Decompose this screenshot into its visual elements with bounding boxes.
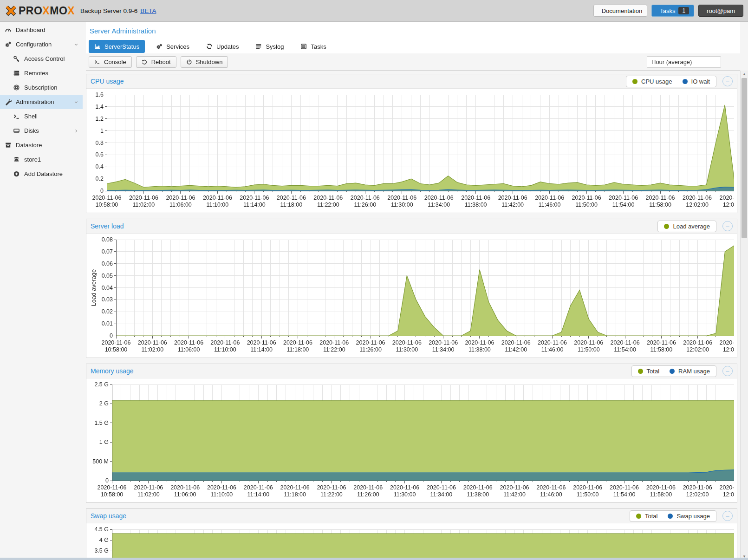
- time-range-select[interactable]: Hour (average): [647, 56, 721, 68]
- svg-text:2020-11-06: 2020-11-06: [610, 484, 639, 491]
- svg-text:11:46:00: 11:46:00: [539, 202, 561, 208]
- documentation-button[interactable]: Documentation: [593, 5, 647, 17]
- svg-text:11:14:00: 11:14:00: [250, 346, 273, 353]
- svg-text:11:30:00: 11:30:00: [396, 346, 418, 353]
- tab-services[interactable]: Services: [150, 40, 195, 53]
- scroll-up-arrow[interactable]: ▲: [741, 71, 748, 78]
- legend-item-io-wait[interactable]: IO wait: [683, 78, 710, 85]
- legend-item-total[interactable]: Total: [636, 513, 657, 520]
- svg-text:11:50:00: 11:50:00: [577, 491, 599, 498]
- svg-text:2020-11-06: 2020-11-06: [210, 339, 240, 346]
- svg-text:2020-11-06: 2020-11-06: [683, 339, 712, 346]
- remotes-icon: [13, 70, 20, 77]
- svg-text:0.05: 0.05: [102, 273, 113, 279]
- svg-text:11:06:00: 11:06:00: [174, 491, 196, 498]
- svg-text:2020-11-06: 2020-11-06: [174, 339, 203, 346]
- refresh-icon: [206, 43, 213, 50]
- collapse-chart-icon[interactable]: −: [722, 76, 733, 86]
- tab-syslog[interactable]: Syslog: [250, 40, 289, 53]
- svg-text:11:02:00: 11:02:00: [141, 346, 163, 353]
- svg-text:12:06:00: 12:06:00: [723, 346, 734, 353]
- vertical-scrollbar[interactable]: ▲ ▼: [740, 71, 748, 560]
- legend: CPU usageIO wait: [626, 76, 716, 87]
- svg-text:2020-11-06: 2020-11-06: [240, 195, 269, 201]
- svg-text:11:10:00: 11:10:00: [211, 491, 233, 498]
- svg-text:11:22:00: 11:22:00: [317, 202, 339, 208]
- svg-text:11:38:00: 11:38:00: [467, 491, 489, 498]
- svg-text:11:50:00: 11:50:00: [578, 346, 600, 353]
- sidebar-item-datastore[interactable]: Datastore: [0, 138, 83, 152]
- chart-panel-load: Server loadLoad average−00.010.020.030.0…: [86, 219, 737, 358]
- legend-item-ram-usage[interactable]: RAM usage: [670, 368, 710, 375]
- svg-text:2020-11-06: 2020-11-06: [207, 484, 236, 491]
- svg-text:2020-11-06: 2020-11-06: [134, 484, 163, 491]
- tab-tasks[interactable]: Tasks: [295, 40, 332, 53]
- svg-text:12:02:00: 12:02:00: [686, 346, 709, 353]
- sidebar-item-administration[interactable]: Administration: [0, 95, 83, 109]
- svg-text:0.8: 0.8: [96, 140, 104, 146]
- sidebar-item-configuration[interactable]: Configuration: [0, 37, 83, 52]
- reboot-button[interactable]: Reboot: [136, 56, 176, 68]
- legend-item-cpu-usage[interactable]: CPU usage: [632, 78, 672, 85]
- terminal-icon: [94, 59, 100, 65]
- tab-serverstatus[interactable]: ServerStatus: [89, 40, 145, 53]
- svg-text:2020-11-06: 2020-11-06: [97, 484, 126, 491]
- sidebar-item-disks[interactable]: Disks: [0, 124, 83, 138]
- svg-text:2020-11-06: 2020-11-06: [280, 484, 310, 491]
- sidebar-item-label: Shell: [24, 113, 38, 120]
- svg-text:4.5 G: 4.5 G: [94, 526, 109, 533]
- beta-link[interactable]: BETA: [140, 7, 156, 14]
- svg-text:11:26:00: 11:26:00: [359, 346, 382, 353]
- svg-text:2020-11-06: 2020-11-06: [387, 195, 416, 201]
- console-button[interactable]: Console: [89, 56, 132, 68]
- svg-text:11:06:00: 11:06:00: [178, 346, 200, 353]
- collapse-chart-icon[interactable]: −: [722, 366, 733, 376]
- sidebar-item-store1[interactable]: store1: [0, 152, 83, 167]
- svg-text:3.5 G: 3.5 G: [94, 547, 109, 554]
- sidebar-item-shell[interactable]: Shell: [0, 109, 83, 124]
- user-menu-button[interactable]: root@pam: [698, 5, 743, 17]
- svg-text:2 G: 2 G: [99, 400, 109, 407]
- svg-text:2020-11-06: 2020-11-06: [573, 484, 602, 491]
- legend-item-load-average[interactable]: Load average: [664, 223, 710, 230]
- legend-item-total[interactable]: Total: [638, 368, 659, 375]
- chevron-down-icon[interactable]: [74, 42, 78, 47]
- svg-text:2020-11-06: 2020-11-06: [609, 195, 638, 201]
- svg-text:2020-11-06: 2020-11-06: [166, 195, 195, 201]
- svg-text:10:58:00: 10:58:00: [101, 491, 124, 498]
- svg-text:2020-11-06: 2020-11-06: [574, 339, 603, 346]
- svg-text:2020-11-06: 2020-11-06: [538, 339, 567, 346]
- tab-updates[interactable]: Updates: [201, 40, 244, 53]
- scrollbar-thumb[interactable]: [741, 78, 747, 238]
- svg-text:2020-11-06: 2020-11-06: [535, 195, 564, 201]
- sidebar-item-add-datastore[interactable]: Add Datastore: [0, 167, 83, 181]
- svg-text:2020-11-06: 2020-11-06: [536, 484, 566, 491]
- chart-title: Server load: [91, 222, 124, 230]
- svg-text:11:54:00: 11:54:00: [612, 202, 635, 208]
- svg-text:12:06:00: 12:06:00: [723, 491, 734, 498]
- sidebar-item-dashboard[interactable]: Dashboard: [0, 23, 83, 37]
- collapse-chart-icon[interactable]: −: [722, 221, 733, 231]
- svg-text:4 G: 4 G: [99, 537, 109, 543]
- svg-text:0.07: 0.07: [102, 248, 113, 255]
- toolbar: ConsoleRebootShutdown Hour (average): [86, 53, 740, 71]
- svg-text:11:14:00: 11:14:00: [243, 202, 266, 208]
- chevron-right-icon[interactable]: [74, 129, 78, 133]
- svg-text:11:26:00: 11:26:00: [354, 202, 376, 208]
- svg-text:11:34:00: 11:34:00: [432, 346, 455, 353]
- legend-item-swap-usage[interactable]: Swap usage: [668, 513, 710, 520]
- sidebar-item-access-control[interactable]: Access Control: [0, 52, 83, 66]
- proxmox-x-emblem-icon: [5, 5, 17, 17]
- gauge-icon: [5, 26, 12, 33]
- collapse-chart-icon[interactable]: −: [722, 511, 733, 521]
- chevron-down-icon[interactable]: [74, 100, 78, 104]
- tasks-button[interactable]: Tasks 1: [651, 5, 694, 17]
- svg-text:0.4: 0.4: [96, 163, 104, 170]
- sidebar-item-remotes[interactable]: Remotes: [0, 66, 83, 80]
- svg-text:2020-11-06: 2020-11-06: [424, 195, 454, 201]
- plus-circle-icon: [13, 170, 20, 177]
- svg-text:2020-11-06: 2020-11-06: [501, 339, 531, 346]
- shutdown-button[interactable]: Shutdown: [181, 56, 228, 68]
- sidebar-item-subscription[interactable]: Subscription: [0, 80, 83, 95]
- memory-chart: 0500 M1 G1.5 G2 G2.5 G2020-11-0610:58:00…: [90, 381, 734, 498]
